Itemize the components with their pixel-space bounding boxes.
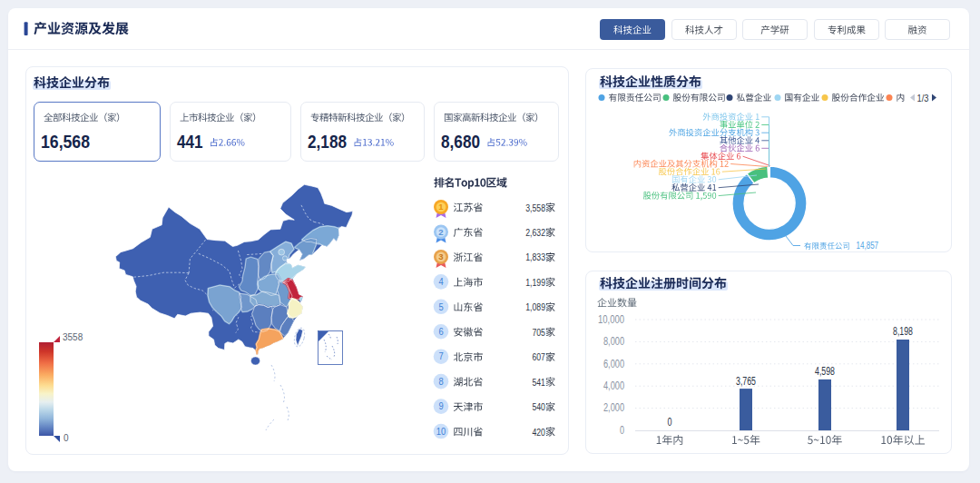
svg-text:607: 607 <box>532 351 545 362</box>
svg-text:1: 1 <box>438 202 444 212</box>
svg-text:14,857: 14,857 <box>857 240 879 251</box>
svg-text:6,000: 6,000 <box>603 358 624 370</box>
svg-text:0: 0 <box>64 433 69 443</box>
svg-text:6: 6 <box>438 326 443 337</box>
svg-text:2: 2 <box>438 227 443 237</box>
svg-text:4: 4 <box>438 276 443 287</box>
svg-text:1,833: 1,833 <box>525 251 545 262</box>
svg-text:0: 0 <box>668 416 672 429</box>
svg-text:9: 9 <box>438 400 443 411</box>
svg-text:2,188: 2,188 <box>308 131 347 152</box>
svg-text:5: 5 <box>438 301 443 312</box>
svg-text:10: 10 <box>436 426 446 437</box>
svg-text:8,000: 8,000 <box>603 335 624 348</box>
svg-text:4,598: 4,598 <box>815 365 835 378</box>
svg-text:1/3: 1/3 <box>917 93 929 104</box>
svg-text:3: 3 <box>438 251 443 261</box>
svg-text:16,568: 16,568 <box>41 131 90 152</box>
svg-text:2,632: 2,632 <box>525 227 545 238</box>
svg-text:0: 0 <box>620 424 624 437</box>
svg-text:8: 8 <box>438 376 443 387</box>
svg-text:420: 420 <box>532 427 545 438</box>
svg-text:1,089: 1,089 <box>525 301 545 312</box>
svg-text:541: 541 <box>532 377 545 388</box>
svg-text:7: 7 <box>438 350 443 361</box>
svg-text:8,198: 8,198 <box>893 325 913 338</box>
svg-text:3,765: 3,765 <box>736 375 756 388</box>
svg-text:4,000: 4,000 <box>603 380 624 392</box>
svg-text:540: 540 <box>532 401 545 412</box>
svg-text:2,000: 2,000 <box>603 401 624 414</box>
svg-text:441: 441 <box>177 131 203 152</box>
svg-text:3558: 3558 <box>63 332 83 342</box>
svg-text:705: 705 <box>532 327 545 338</box>
svg-text:3,558: 3,558 <box>525 202 545 213</box>
svg-text:8,680: 8,680 <box>441 131 480 152</box>
svg-text:10,000: 10,000 <box>598 313 624 326</box>
svg-text:1,199: 1,199 <box>525 277 545 288</box>
